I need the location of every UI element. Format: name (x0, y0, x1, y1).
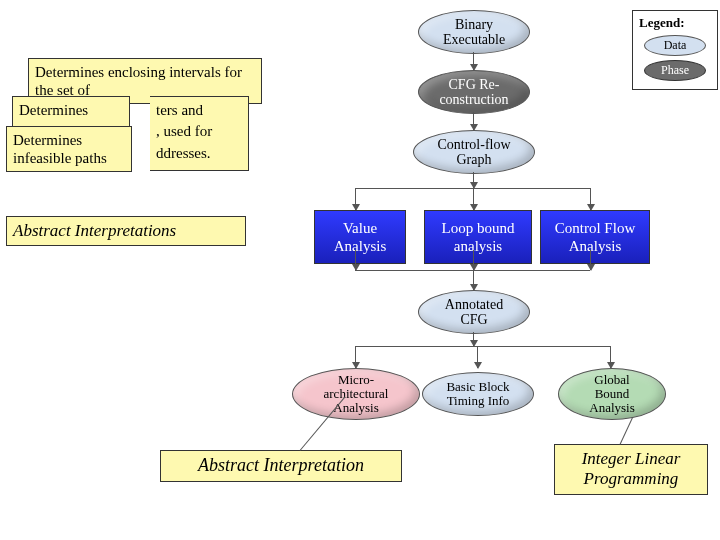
node-microarchitectural-analysis: Micro- architectural Analysis (292, 368, 420, 420)
legend-title: Legend: (639, 15, 711, 31)
connector (355, 346, 610, 347)
arrow (473, 52, 474, 70)
legend-data: Data (644, 35, 706, 56)
node-global-bound-analysis: Global Bound Analysis (558, 368, 666, 420)
node-annotated-cfg: Annotated CFG (418, 290, 530, 334)
leader-line (620, 417, 634, 445)
note-abstract-interpretations: Abstract Interpretations (6, 216, 246, 246)
arrow (590, 188, 591, 210)
note-determines-1: Determines (12, 96, 130, 128)
note-determines-infeasible-paths: Determines infeasible paths (6, 126, 132, 172)
arrow (590, 250, 591, 270)
arrow (473, 250, 474, 270)
box-loop-bound-analysis: Loop bound analysis (424, 210, 532, 264)
node-binary-executable: Binary Executable (418, 10, 530, 54)
arrow (473, 112, 474, 130)
arrow (477, 346, 478, 368)
note-fragment-ddresses: ddresses. (150, 140, 249, 171)
arrow (355, 188, 356, 210)
node-basic-block-timing-info: Basic Block Timing Info (422, 372, 534, 416)
arrow (473, 188, 474, 210)
note-abstract-interpretation: Abstract Interpretation (160, 450, 402, 482)
legend-phase: Phase (644, 60, 706, 81)
note-integer-linear-programming: Integer Linear Programming (554, 444, 708, 495)
arrow (473, 172, 474, 188)
arrow (355, 250, 356, 270)
box-control-flow-analysis: Control Flow Analysis (540, 210, 650, 264)
arrow (473, 332, 474, 346)
box-value-analysis: Value Analysis (314, 210, 406, 264)
arrow (610, 346, 611, 368)
legend-box: Legend: Data Phase (632, 10, 718, 90)
node-cfg-reconstruction: CFG Re- construction (418, 70, 530, 114)
arrow (355, 346, 356, 368)
node-control-flow-graph: Control-flow Graph (413, 130, 535, 174)
arrow (473, 270, 474, 290)
